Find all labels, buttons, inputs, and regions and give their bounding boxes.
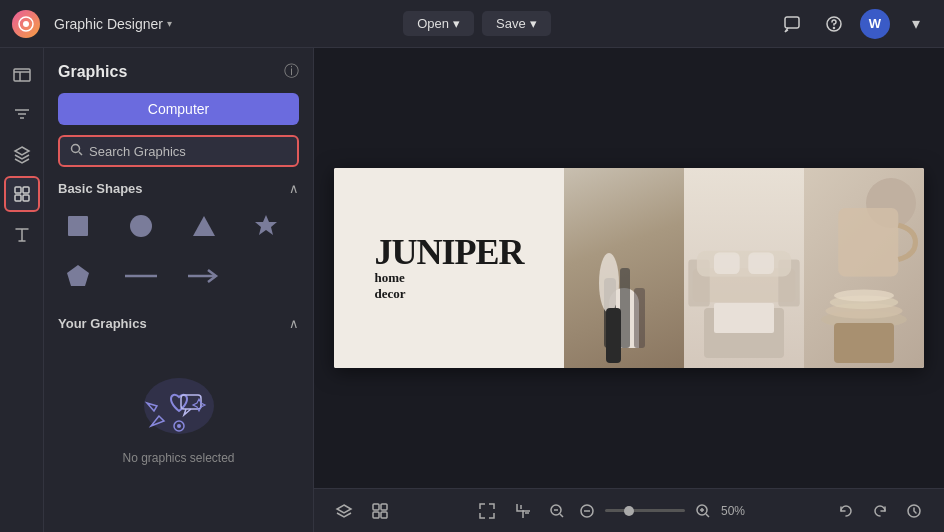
banner-title-block: JUNIPER home decor (374, 234, 523, 301)
crop-button[interactable] (509, 497, 537, 525)
zoom-slider[interactable] (605, 509, 685, 512)
topbar-right: W ▾ (776, 8, 932, 40)
zoom-out-button[interactable] (545, 499, 569, 523)
main-layout: Graphics ⓘ Computer Search Graphics Basi… (0, 48, 944, 532)
svg-rect-27 (620, 268, 630, 348)
svg-rect-11 (15, 195, 21, 201)
open-button[interactable]: Open ▾ (403, 11, 474, 36)
shape-square[interactable] (58, 206, 98, 246)
app-logo (12, 10, 40, 38)
save-chevron: ▾ (530, 16, 537, 31)
app-title-button[interactable]: Graphic Designer ▾ (48, 12, 178, 36)
bottom-center: 50% (394, 497, 832, 525)
search-box[interactable]: Search Graphics (58, 135, 299, 167)
svg-rect-5 (14, 69, 30, 81)
info-icon[interactable]: ⓘ (284, 62, 299, 81)
svg-rect-2 (785, 17, 799, 28)
basic-shapes-collapse-icon[interactable]: ∧ (289, 181, 299, 196)
bottom-bar: 50% (314, 488, 944, 532)
svg-marker-19 (67, 265, 89, 286)
graphics-placeholder-image (129, 361, 229, 441)
svg-point-42 (834, 289, 894, 301)
search-icon (70, 143, 83, 159)
no-graphics-label: No graphics selected (122, 451, 234, 465)
zoom-handle-button[interactable] (575, 499, 599, 523)
zoom-percent-label: 50% (721, 504, 753, 518)
user-chevron-icon: ▾ (912, 14, 920, 33)
canvas-container[interactable]: JUNIPER home decor (314, 48, 944, 488)
svg-rect-45 (373, 512, 379, 518)
banner-photo-2 (684, 168, 804, 368)
help-button[interactable] (818, 8, 850, 40)
sidebar-item-layers[interactable] (4, 136, 40, 172)
banner-main-title: JUNIPER (374, 234, 523, 270)
user-avatar-button[interactable]: W (860, 9, 890, 39)
banner-sub-line1: home (374, 270, 404, 285)
fit-to-screen-button[interactable] (473, 497, 501, 525)
banner-sub-line2: decor (374, 286, 405, 301)
banner-photos (564, 168, 924, 368)
history-button[interactable] (900, 497, 928, 525)
your-graphics-header: Your Graphics ∧ (58, 316, 299, 331)
bottom-right (832, 497, 928, 525)
svg-point-25 (177, 424, 181, 428)
graphics-empty-state: No graphics selected (58, 341, 299, 485)
avatar-label: W (869, 16, 881, 31)
redo-button[interactable] (866, 497, 894, 525)
svg-line-14 (79, 152, 82, 155)
sidebar-item-home[interactable] (4, 56, 40, 92)
banner-subtitle: home decor (374, 270, 523, 301)
your-graphics-collapse-icon[interactable]: ∧ (289, 316, 299, 331)
svg-rect-35 (748, 253, 774, 274)
layers-toggle-button[interactable] (330, 497, 358, 525)
svg-rect-38 (838, 208, 898, 277)
computer-button[interactable]: Computer (58, 93, 299, 125)
shape-line[interactable] (121, 256, 161, 296)
zoom-in-button[interactable] (691, 499, 715, 523)
bottom-left (330, 497, 394, 525)
user-menu-chevron[interactable]: ▾ (900, 8, 932, 40)
your-graphics-section: Your Graphics ∧ (58, 316, 299, 485)
panel-sidebar: Graphics ⓘ Computer Search Graphics Basi… (44, 48, 314, 532)
zoom-slider-thumb (624, 506, 634, 516)
svg-marker-17 (193, 216, 215, 236)
basic-shapes-header: Basic Shapes ∧ (58, 181, 299, 196)
banner-left: JUNIPER home decor (334, 168, 564, 368)
shape-triangle[interactable] (184, 206, 224, 246)
app-title-label: Graphic Designer (54, 16, 163, 32)
shape-circle[interactable] (121, 206, 161, 246)
sidebar-item-graphics[interactable] (4, 176, 40, 212)
svg-rect-33 (697, 251, 791, 277)
undo-button[interactable] (832, 497, 860, 525)
basic-shapes-section: Basic Shapes ∧ (58, 181, 299, 312)
banner-photo-1 (564, 168, 684, 368)
svg-point-16 (130, 215, 152, 237)
svg-point-13 (72, 145, 80, 153)
svg-marker-18 (255, 215, 277, 235)
chat-button[interactable] (776, 8, 808, 40)
grid-toggle-button[interactable] (366, 497, 394, 525)
svg-point-4 (834, 27, 835, 28)
svg-rect-10 (23, 187, 29, 193)
svg-line-55 (706, 514, 709, 517)
search-input-label: Search Graphics (89, 144, 186, 159)
svg-rect-37 (759, 311, 766, 332)
open-label: Open (417, 16, 449, 31)
svg-rect-44 (381, 504, 387, 510)
svg-rect-46 (381, 512, 387, 518)
svg-line-50 (560, 514, 563, 517)
svg-rect-9 (15, 187, 21, 193)
svg-point-1 (23, 21, 29, 27)
save-label: Save (496, 16, 526, 31)
shape-pentagon[interactable] (58, 256, 98, 296)
topbar-center: Open ▾ Save ▾ (178, 11, 776, 36)
topbar: Graphic Designer ▾ Open ▾ Save ▾ (0, 0, 944, 48)
sidebar-item-filters[interactable] (4, 96, 40, 132)
shape-arrow[interactable] (184, 256, 224, 296)
shape-star[interactable] (246, 206, 286, 246)
sidebar-item-text[interactable] (4, 216, 40, 252)
svg-point-29 (599, 253, 619, 313)
banner-photo-3 (804, 168, 924, 368)
save-button[interactable]: Save ▾ (482, 11, 551, 36)
app-title-chevron: ▾ (167, 18, 172, 29)
